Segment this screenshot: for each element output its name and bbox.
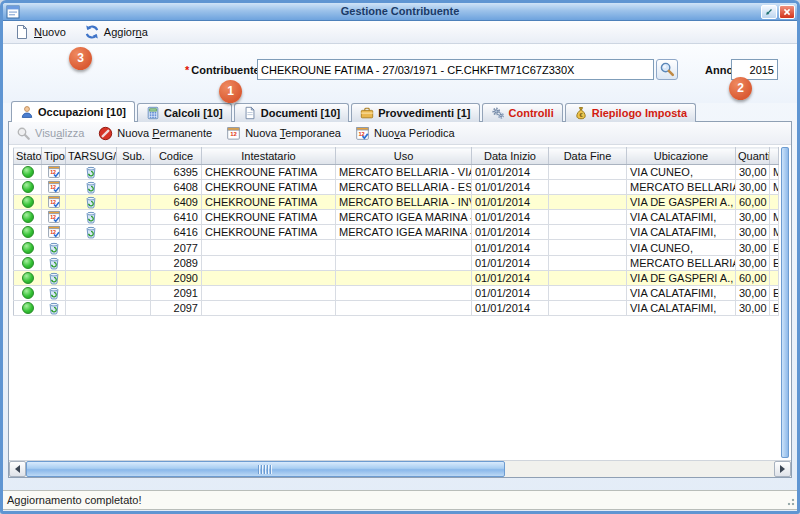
svg-text:12: 12	[50, 214, 56, 220]
anno-label: Anno	[705, 64, 733, 76]
tab-calcoli[interactable]: Calcoli [10]	[137, 103, 232, 122]
status-green-icon	[22, 196, 34, 208]
nuovo-button[interactable]: Nuovo	[11, 23, 69, 41]
contribuente-search-button[interactable]	[656, 59, 678, 80]
tab-provvedimenti[interactable]: Provvedimenti [1]	[351, 103, 479, 122]
tab-label: Controlli	[509, 107, 554, 119]
occupazioni-table: StatoTipoTARSUG/T...Sub.CodiceIntestatar…	[13, 147, 779, 316]
button-label: Visualizza	[35, 127, 84, 139]
nuova-periodica-button[interactable]: 12Nuova Periodica	[355, 126, 455, 141]
tab-controlli[interactable]: Controlli	[482, 103, 563, 122]
column-header[interactable]: Stato	[14, 148, 42, 165]
person-icon	[20, 105, 34, 119]
column-header[interactable]: Sub.	[117, 148, 151, 165]
tab-bar: Occupazioni [10]Calcoli [10]Documenti [1…	[11, 101, 696, 122]
table-row[interactable]: 207701/01/2014VIA CUNEO,30,00E	[14, 240, 779, 255]
window-title: Gestione Contribuente	[3, 3, 797, 20]
column-header[interactable]: Data Fine	[549, 148, 627, 165]
close-button[interactable]	[779, 5, 795, 19]
tab-label: Provvedimenti [1]	[378, 107, 470, 119]
resize-grip[interactable]	[784, 495, 796, 507]
calendar-check-icon: 12	[355, 126, 370, 141]
column-header[interactable]: Tipo	[42, 148, 66, 165]
magnifier-icon	[16, 126, 31, 141]
table-row[interactable]: 126408CHEKROUNE FATIMAMERCATO BELLARIA -…	[14, 180, 779, 195]
svg-text:12: 12	[358, 130, 364, 136]
table-row[interactable]: 126395CHEKROUNE FATIMAMERCATO BELLARIA -…	[14, 165, 779, 180]
scroll-track[interactable]	[26, 461, 774, 477]
svg-text:12: 12	[50, 229, 56, 235]
calendar-check-icon: 12	[47, 165, 61, 179]
scroll-left-button[interactable]	[9, 461, 26, 477]
table-row[interactable]: 209701/01/2014VIA CALATAFIMI,30,00E	[14, 300, 779, 315]
vertical-scroll-thumb[interactable]	[781, 147, 789, 458]
status-green-icon	[22, 242, 34, 254]
svg-text:12: 12	[50, 184, 56, 190]
status-green-icon	[22, 181, 34, 193]
scroll-left-icon	[15, 465, 20, 473]
table-row[interactable]: 208901/01/2014MERCATO BELLARIA - ES30,00…	[14, 255, 779, 270]
status-green-icon	[22, 211, 34, 223]
nuova-temporanea-button[interactable]: 12Nuova Temporanea	[226, 126, 341, 141]
table-row[interactable]: 126416CHEKROUNE FATIMAMERCATO IGEA MARIN…	[14, 225, 779, 240]
tab-label: Calcoli [10]	[164, 107, 223, 119]
no-entry-icon	[98, 126, 113, 141]
trash-icon	[47, 301, 61, 315]
callout-badge-2: 2	[729, 77, 752, 100]
trash-icon	[47, 241, 61, 255]
search-icon	[659, 61, 675, 77]
column-header[interactable]	[770, 148, 779, 165]
calendar-check-icon: 12	[47, 195, 61, 209]
column-header[interactable]: Intestatario	[202, 148, 336, 165]
column-header[interactable]: Ubicazione	[627, 148, 736, 165]
tab-label: Occupazioni [10]	[38, 106, 126, 118]
callout-badge-3: 3	[69, 47, 92, 70]
svg-text:12: 12	[50, 199, 56, 205]
status-green-icon	[22, 272, 34, 284]
button-label: Nuova Temporanea	[245, 127, 341, 139]
scroll-right-icon	[780, 465, 785, 473]
tab-occupazioni[interactable]: Occupazioni [10]	[11, 101, 135, 122]
column-header[interactable]: Codice	[151, 148, 202, 165]
vertical-scrollbar[interactable]	[781, 147, 789, 458]
tab-documenti[interactable]: Documenti [10]	[234, 103, 349, 122]
scroll-right-button[interactable]	[774, 461, 791, 477]
trash-icon	[84, 195, 98, 209]
restore-button[interactable]	[761, 5, 777, 19]
column-header[interactable]: Uso	[336, 148, 472, 165]
action-toolbar: VisualizzaNuova Permanente12Nuova Tempor…	[9, 122, 791, 145]
contribuente-input[interactable]	[257, 59, 654, 80]
gears-icon	[491, 106, 505, 120]
tab-label: Riepilogo Imposta	[592, 107, 687, 119]
status-text: Aggiornamento completato!	[7, 494, 142, 506]
button-label: Nuovo	[34, 26, 66, 38]
table-row[interactable]: 126410CHEKROUNE FATIMAMERCATO IGEA MARIN…	[14, 210, 779, 225]
status-bar: Aggiornamento completato!	[3, 490, 797, 510]
callout-badge-1: 1	[219, 80, 242, 103]
tab-riepilogo-imposta[interactable]: €Riepilogo Imposta	[565, 103, 696, 122]
refresh-icon	[84, 24, 100, 40]
table-row[interactable]: 126409CHEKROUNE FATIMAMERCATO BELLARIA -…	[14, 195, 779, 210]
column-header[interactable]: Quantità	[736, 148, 770, 165]
aggiorna-button[interactable]: Aggiorna	[81, 23, 151, 41]
horizontal-scrollbar	[9, 460, 791, 477]
calendar-check-icon: 12	[47, 210, 61, 224]
column-header[interactable]: TARSUG/T...	[66, 148, 117, 165]
table-row[interactable]: 209001/01/2014VIA DE GASPERI A.,60,00	[14, 270, 779, 285]
titlebar[interactable]: Gestione Contribuente	[3, 3, 797, 21]
window-buttons	[761, 5, 795, 19]
moneybag-icon: €	[574, 106, 588, 120]
table-row[interactable]: 209101/01/2014VIA CALATAFIMI,30,00E	[14, 285, 779, 300]
calendar-icon: 12	[226, 126, 241, 141]
window: Gestione Contribuente NuovoAggiorna *Con…	[0, 0, 800, 514]
document-icon	[243, 106, 257, 120]
tab-label: Documenti [10]	[261, 107, 340, 119]
scroll-thumb[interactable]	[26, 461, 505, 477]
status-green-icon	[22, 226, 34, 238]
calendar-check-icon: 12	[47, 225, 61, 239]
contribuente-label: *Contribuente	[185, 64, 260, 76]
column-header[interactable]: Data Inizio	[472, 148, 549, 165]
nuova-permanente-button[interactable]: Nuova Permanente	[98, 126, 212, 141]
visualizza-button[interactable]: Visualizza	[16, 126, 84, 141]
tab-panel: VisualizzaNuova Permanente12Nuova Tempor…	[8, 121, 792, 478]
